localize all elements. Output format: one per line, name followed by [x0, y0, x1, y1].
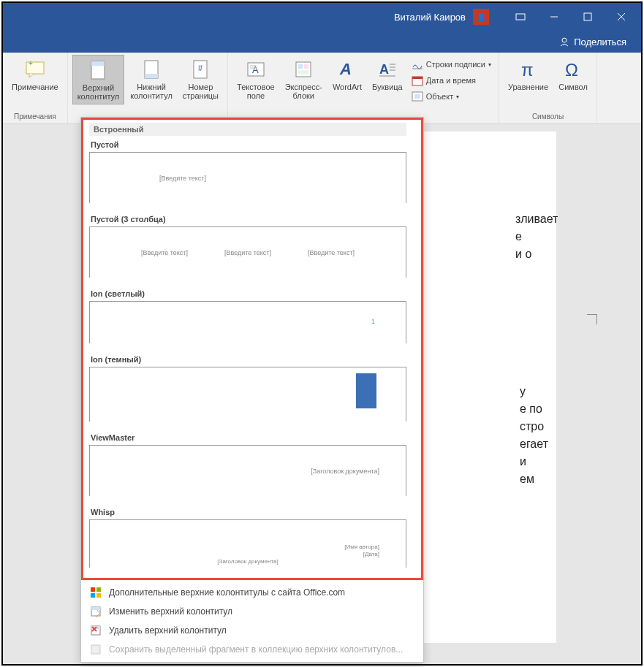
remove-header-menu[interactable]: Удалить верхний колонтитул — [81, 621, 423, 640]
svg-rect-36 — [96, 587, 101, 592]
svg-rect-35 — [91, 587, 95, 592]
minimize-button[interactable] — [537, 3, 571, 31]
svg-text:A: A — [339, 60, 352, 78]
maximize-button[interactable] — [571, 3, 605, 31]
ribbon-options-button[interactable] — [504, 3, 537, 31]
symbol-icon: Ω — [561, 58, 585, 81]
close-button[interactable] — [605, 3, 638, 31]
svg-rect-11 — [145, 74, 158, 78]
ribbon-group-text: A Текстовое поле Экспресс- блоки A WordA… — [228, 53, 499, 123]
gallery-item-label: Ion (темный) — [89, 351, 406, 367]
share-bar: Поделиться — [3, 31, 641, 53]
wordart-button[interactable]: A WordArt — [328, 55, 366, 94]
margin-corner — [583, 314, 597, 329]
gallery-item-ion-dark[interactable]: 1 — [89, 367, 406, 422]
equation-button[interactable]: π Уравнение — [504, 55, 553, 94]
svg-text:Ω: Ω — [565, 60, 578, 80]
gallery-item-label: Ion (светлый) — [89, 285, 406, 301]
object-button[interactable]: Объект ▾ — [409, 88, 494, 104]
svg-rect-9 — [91, 61, 105, 66]
textbox-icon: A — [244, 58, 268, 81]
avatar[interactable]: 👤 — [473, 9, 489, 25]
save-icon — [90, 644, 102, 655]
footer-button[interactable]: Нижний колонтитул — [126, 55, 177, 103]
quickparts-button[interactable]: Экспресс- блоки — [281, 55, 327, 103]
footer-icon — [140, 58, 163, 81]
edit-header-icon — [90, 606, 102, 617]
titlebar: Виталий Каиров 👤 — [3, 3, 641, 31]
gallery-item-label: ViewMaster — [89, 429, 406, 445]
equation-icon: π — [517, 58, 540, 81]
ribbon: + Примечание Примечания Верхний колонтит… — [3, 53, 641, 124]
gallery-item-label: Пустой (3 столбца) — [89, 210, 406, 226]
comment-icon: + — [23, 58, 47, 81]
svg-rect-21 — [298, 70, 308, 75]
calendar-icon — [412, 75, 423, 86]
header-dropdown: Встроенный Пустой [Введите текст] Пустой… — [80, 117, 424, 663]
header-button[interactable]: Верхний колонтитул — [72, 55, 125, 104]
gallery-item-empty[interactable]: [Введите текст] — [89, 152, 406, 203]
ribbon-group-symbols: π Уравнение Ω Символ Символы — [499, 53, 597, 123]
svg-text:A: A — [379, 62, 389, 77]
svg-rect-37 — [91, 593, 95, 598]
paragraph: зливает е и о — [515, 210, 558, 368]
dropcap-icon: A — [376, 58, 399, 81]
object-icon — [412, 91, 423, 102]
svg-rect-40 — [91, 607, 100, 610]
quickparts-icon — [292, 58, 315, 81]
remove-header-icon — [90, 625, 102, 636]
svg-rect-45 — [91, 645, 100, 654]
svg-text:#: # — [198, 64, 203, 72]
symbol-button[interactable]: Ω Символ — [554, 55, 592, 94]
gallery-item-label: Whisp — [89, 503, 406, 519]
svg-rect-20 — [304, 64, 308, 69]
wordart-icon: A — [336, 58, 359, 81]
share-button[interactable]: Поделиться — [559, 37, 626, 47]
gallery-item-viewmaster[interactable]: [Заголовок документа] — [89, 445, 406, 496]
dropdown-menu: Дополнительные верхние колонтитулы с сай… — [81, 580, 423, 662]
page-number-icon: # — [189, 58, 212, 81]
header-icon — [86, 58, 110, 82]
gallery-item-label: Пустой — [89, 136, 406, 152]
gallery-item-three-col[interactable]: [Введите текст] [Введите текст] [Введите… — [89, 226, 406, 278]
svg-rect-0 — [516, 14, 525, 20]
edit-header-menu[interactable]: Изменить верхний колонтитул — [81, 602, 423, 621]
ribbon-group-comments: + Примечание Примечания — [3, 53, 68, 123]
textbox-button[interactable]: A Текстовое поле — [232, 55, 279, 103]
save-selection-menu: Сохранить выделенный фрагмент в коллекци… — [81, 640, 423, 659]
gallery-category: Встроенный — [89, 123, 406, 136]
svg-rect-30 — [412, 77, 423, 79]
date-time-button[interactable]: Дата и время — [409, 72, 494, 88]
svg-rect-2 — [584, 13, 591, 20]
gallery-item-whisp[interactable]: [Имя автора][Дата] [Заголовок документа] — [89, 519, 406, 568]
more-headers-menu[interactable]: Дополнительные верхние колонтитулы с сай… — [81, 583, 423, 602]
comment-button[interactable]: + Примечание — [7, 55, 63, 94]
share-icon — [559, 37, 569, 47]
header-gallery: Встроенный Пустой [Введите текст] Пустой… — [81, 118, 423, 580]
signature-line-button[interactable]: Строки подписи ▾ — [409, 56, 494, 72]
dropcap-button[interactable]: A Буквица — [368, 55, 407, 94]
office-icon — [90, 587, 102, 598]
svg-text:π: π — [521, 60, 534, 80]
svg-rect-38 — [96, 593, 101, 598]
svg-rect-19 — [298, 64, 303, 69]
svg-point-5 — [562, 38, 567, 42]
svg-text:+: + — [29, 61, 33, 67]
signature-icon — [412, 58, 423, 70]
page-number-button[interactable]: # Номер страницы — [178, 55, 223, 103]
user-name: Виталий Каиров — [394, 12, 466, 23]
paragraph: у е по стро егает и ем — [520, 383, 548, 506]
gallery-item-ion-light[interactable]: 1 — [89, 301, 406, 343]
ribbon-group-header-footer: Верхний колонтитул Нижний колонтитул # Н… — [68, 53, 228, 123]
svg-rect-32 — [414, 94, 420, 99]
